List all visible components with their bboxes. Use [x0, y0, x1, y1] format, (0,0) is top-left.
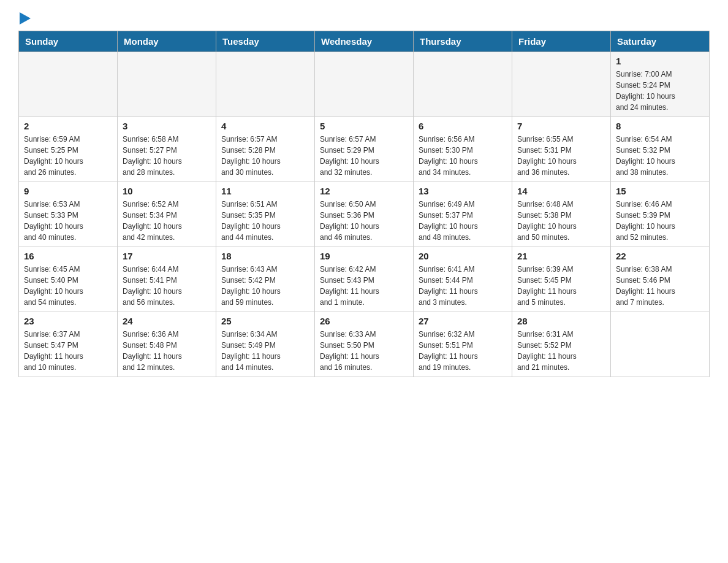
- calendar-cell: 26Sunrise: 6:33 AM Sunset: 5:50 PM Dayli…: [315, 312, 414, 377]
- logo-triangle-icon: [20, 12, 31, 25]
- day-number: 8: [616, 121, 704, 131]
- calendar-cell: 28Sunrise: 6:31 AM Sunset: 5:52 PM Dayli…: [512, 312, 611, 377]
- day-number: 20: [419, 251, 507, 261]
- calendar-cell: 20Sunrise: 6:41 AM Sunset: 5:44 PM Dayli…: [414, 247, 512, 312]
- day-info: Sunrise: 6:34 AM Sunset: 5:49 PM Dayligh…: [221, 329, 309, 373]
- day-number: 4: [221, 121, 309, 131]
- calendar-cell: [611, 312, 710, 377]
- day-info: Sunrise: 6:48 AM Sunset: 5:38 PM Dayligh…: [517, 199, 605, 243]
- day-number: 21: [517, 251, 605, 261]
- calendar-cell: 25Sunrise: 6:34 AM Sunset: 5:49 PM Dayli…: [216, 312, 315, 377]
- calendar-header-row: SundayMondayTuesdayWednesdayThursdayFrid…: [19, 31, 710, 52]
- day-info: Sunrise: 6:44 AM Sunset: 5:41 PM Dayligh…: [123, 264, 211, 308]
- day-number: 16: [24, 251, 112, 261]
- day-number: 22: [616, 251, 704, 261]
- calendar-cell: 17Sunrise: 6:44 AM Sunset: 5:41 PM Dayli…: [118, 247, 216, 312]
- day-info: Sunrise: 6:45 AM Sunset: 5:40 PM Dayligh…: [24, 264, 112, 308]
- calendar-cell: 21Sunrise: 6:39 AM Sunset: 5:45 PM Dayli…: [512, 247, 611, 312]
- calendar-cell: 10Sunrise: 6:52 AM Sunset: 5:34 PM Dayli…: [118, 182, 216, 247]
- calendar-cell: [118, 52, 216, 117]
- svg-marker-0: [20, 12, 31, 25]
- calendar-cell: 2Sunrise: 6:59 AM Sunset: 5:25 PM Daylig…: [19, 117, 118, 182]
- day-number: 5: [320, 121, 408, 131]
- calendar-cell: [19, 52, 118, 117]
- calendar-header-sunday: Sunday: [19, 31, 118, 52]
- calendar-cell: [414, 52, 512, 117]
- calendar-week-row: 23Sunrise: 6:37 AM Sunset: 5:47 PM Dayli…: [19, 312, 710, 377]
- day-info: Sunrise: 7:00 AM Sunset: 5:24 PM Dayligh…: [616, 69, 704, 113]
- day-info: Sunrise: 6:57 AM Sunset: 5:28 PM Dayligh…: [221, 134, 309, 178]
- calendar-week-row: 2Sunrise: 6:59 AM Sunset: 5:25 PM Daylig…: [19, 117, 710, 182]
- calendar-cell: 24Sunrise: 6:36 AM Sunset: 5:48 PM Dayli…: [118, 312, 216, 377]
- day-info: Sunrise: 6:59 AM Sunset: 5:25 PM Dayligh…: [24, 134, 112, 178]
- calendar-cell: 23Sunrise: 6:37 AM Sunset: 5:47 PM Dayli…: [19, 312, 118, 377]
- calendar-cell: [512, 52, 611, 117]
- calendar-cell: 27Sunrise: 6:32 AM Sunset: 5:51 PM Dayli…: [414, 312, 512, 377]
- day-number: 27: [419, 316, 507, 326]
- day-info: Sunrise: 6:46 AM Sunset: 5:39 PM Dayligh…: [616, 199, 704, 243]
- day-number: 9: [24, 186, 112, 196]
- calendar-header-thursday: Thursday: [414, 31, 512, 52]
- calendar-cell: 16Sunrise: 6:45 AM Sunset: 5:40 PM Dayli…: [19, 247, 118, 312]
- day-info: Sunrise: 6:36 AM Sunset: 5:48 PM Dayligh…: [123, 329, 211, 373]
- calendar-cell: 15Sunrise: 6:46 AM Sunset: 5:39 PM Dayli…: [611, 182, 710, 247]
- day-info: Sunrise: 6:58 AM Sunset: 5:27 PM Dayligh…: [123, 134, 211, 178]
- calendar-header-saturday: Saturday: [611, 31, 710, 52]
- calendar-cell: 3Sunrise: 6:58 AM Sunset: 5:27 PM Daylig…: [118, 117, 216, 182]
- logo: [18, 12, 31, 25]
- page-header: [18, 12, 710, 25]
- calendar-week-row: 16Sunrise: 6:45 AM Sunset: 5:40 PM Dayli…: [19, 247, 710, 312]
- day-info: Sunrise: 6:53 AM Sunset: 5:33 PM Dayligh…: [24, 199, 112, 243]
- day-number: 6: [419, 121, 507, 131]
- day-number: 7: [517, 121, 605, 131]
- day-info: Sunrise: 6:37 AM Sunset: 5:47 PM Dayligh…: [24, 329, 112, 373]
- day-number: 1: [616, 56, 704, 66]
- calendar-header-monday: Monday: [118, 31, 216, 52]
- day-number: 18: [221, 251, 309, 261]
- day-info: Sunrise: 6:49 AM Sunset: 5:37 PM Dayligh…: [419, 199, 507, 243]
- day-number: 14: [517, 186, 605, 196]
- calendar-cell: 18Sunrise: 6:43 AM Sunset: 5:42 PM Dayli…: [216, 247, 315, 312]
- day-info: Sunrise: 6:54 AM Sunset: 5:32 PM Dayligh…: [616, 134, 704, 178]
- calendar-cell: 12Sunrise: 6:50 AM Sunset: 5:36 PM Dayli…: [315, 182, 414, 247]
- day-info: Sunrise: 6:38 AM Sunset: 5:46 PM Dayligh…: [616, 264, 704, 308]
- calendar-cell: 9Sunrise: 6:53 AM Sunset: 5:33 PM Daylig…: [19, 182, 118, 247]
- calendar-header-wednesday: Wednesday: [315, 31, 414, 52]
- calendar-cell: 6Sunrise: 6:56 AM Sunset: 5:30 PM Daylig…: [414, 117, 512, 182]
- day-number: 25: [221, 316, 309, 326]
- day-info: Sunrise: 6:31 AM Sunset: 5:52 PM Dayligh…: [517, 329, 605, 373]
- day-info: Sunrise: 6:32 AM Sunset: 5:51 PM Dayligh…: [419, 329, 507, 373]
- day-info: Sunrise: 6:50 AM Sunset: 5:36 PM Dayligh…: [320, 199, 408, 243]
- day-number: 12: [320, 186, 408, 196]
- calendar-cell: 7Sunrise: 6:55 AM Sunset: 5:31 PM Daylig…: [512, 117, 611, 182]
- day-number: 23: [24, 316, 112, 326]
- calendar-cell: 19Sunrise: 6:42 AM Sunset: 5:43 PM Dayli…: [315, 247, 414, 312]
- calendar-cell: 22Sunrise: 6:38 AM Sunset: 5:46 PM Dayli…: [611, 247, 710, 312]
- day-info: Sunrise: 6:57 AM Sunset: 5:29 PM Dayligh…: [320, 134, 408, 178]
- calendar-cell: 13Sunrise: 6:49 AM Sunset: 5:37 PM Dayli…: [414, 182, 512, 247]
- day-number: 17: [123, 251, 211, 261]
- calendar-header-friday: Friday: [512, 31, 611, 52]
- calendar-cell: 8Sunrise: 6:54 AM Sunset: 5:32 PM Daylig…: [611, 117, 710, 182]
- calendar-week-row: 1Sunrise: 7:00 AM Sunset: 5:24 PM Daylig…: [19, 52, 710, 117]
- day-info: Sunrise: 6:41 AM Sunset: 5:44 PM Dayligh…: [419, 264, 507, 308]
- day-info: Sunrise: 6:56 AM Sunset: 5:30 PM Dayligh…: [419, 134, 507, 178]
- day-number: 19: [320, 251, 408, 261]
- day-info: Sunrise: 6:33 AM Sunset: 5:50 PM Dayligh…: [320, 329, 408, 373]
- day-number: 2: [24, 121, 112, 131]
- day-number: 10: [123, 186, 211, 196]
- day-number: 13: [419, 186, 507, 196]
- calendar-cell: [216, 52, 315, 117]
- calendar-cell: 4Sunrise: 6:57 AM Sunset: 5:28 PM Daylig…: [216, 117, 315, 182]
- day-number: 26: [320, 316, 408, 326]
- day-number: 28: [517, 316, 605, 326]
- day-info: Sunrise: 6:42 AM Sunset: 5:43 PM Dayligh…: [320, 264, 408, 308]
- calendar-week-row: 9Sunrise: 6:53 AM Sunset: 5:33 PM Daylig…: [19, 182, 710, 247]
- day-number: 15: [616, 186, 704, 196]
- day-info: Sunrise: 6:55 AM Sunset: 5:31 PM Dayligh…: [517, 134, 605, 178]
- calendar-cell: 5Sunrise: 6:57 AM Sunset: 5:29 PM Daylig…: [315, 117, 414, 182]
- day-number: 24: [123, 316, 211, 326]
- calendar-cell: [315, 52, 414, 117]
- day-number: 11: [221, 186, 309, 196]
- day-info: Sunrise: 6:51 AM Sunset: 5:35 PM Dayligh…: [221, 199, 309, 243]
